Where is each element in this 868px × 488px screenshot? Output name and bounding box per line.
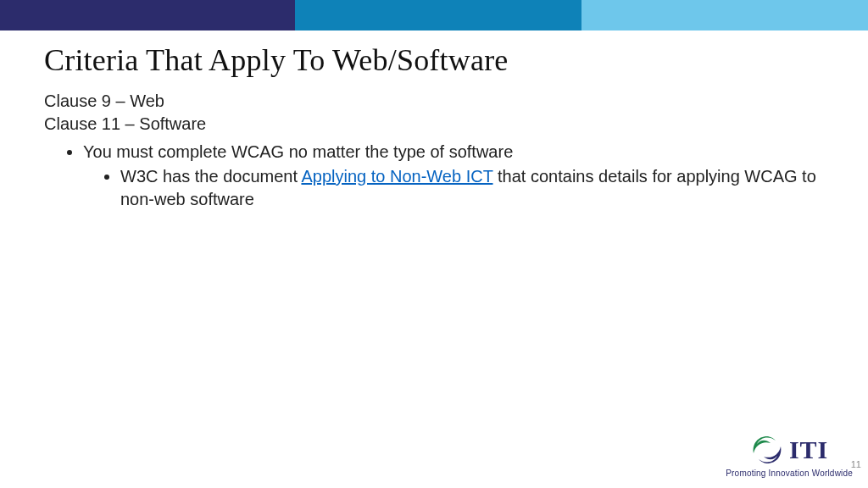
bullet-text-level1: You must complete WCAG no matter the typ… <box>83 142 513 161</box>
clause-line-web: Clause 9 – Web <box>44 90 827 113</box>
logo-wrap: ITI Promoting Innovation Worldwide <box>726 433 853 478</box>
bullet-item-nonweb-ict: W3C has the document Applying to Non-Web… <box>120 165 827 211</box>
bullet-item-wcag-required: You must complete WCAG no matter the typ… <box>83 141 827 211</box>
top-tricolor-bar <box>0 0 868 30</box>
logo-text: ITI <box>789 437 828 463</box>
link-non-web-ict[interactable]: Applying to Non-Web ICT <box>301 167 492 186</box>
topbar-segment-teal <box>295 0 581 30</box>
page-number: 11 <box>851 459 861 469</box>
topbar-segment-lightblue <box>581 0 868 30</box>
bullet-text-level2-prefix: W3C has the document <box>120 167 301 186</box>
bullet-list-level1: You must complete WCAG no matter the typ… <box>83 141 827 211</box>
slide-title: Criteria That Apply To Web/Software <box>44 42 827 78</box>
footer-logo-area: ITI Promoting Innovation Worldwide <box>726 433 853 478</box>
logo-tagline: Promoting Innovation Worldwide <box>726 469 853 478</box>
logo-row: ITI <box>750 433 828 467</box>
topbar-segment-navy <box>0 0 295 30</box>
slide-content: Criteria That Apply To Web/Software Clau… <box>0 30 868 211</box>
clause-line-software: Clause 11 – Software <box>44 113 827 136</box>
logo-swirl-icon <box>750 433 784 467</box>
bullet-list-level2: W3C has the document Applying to Non-Web… <box>120 165 827 211</box>
